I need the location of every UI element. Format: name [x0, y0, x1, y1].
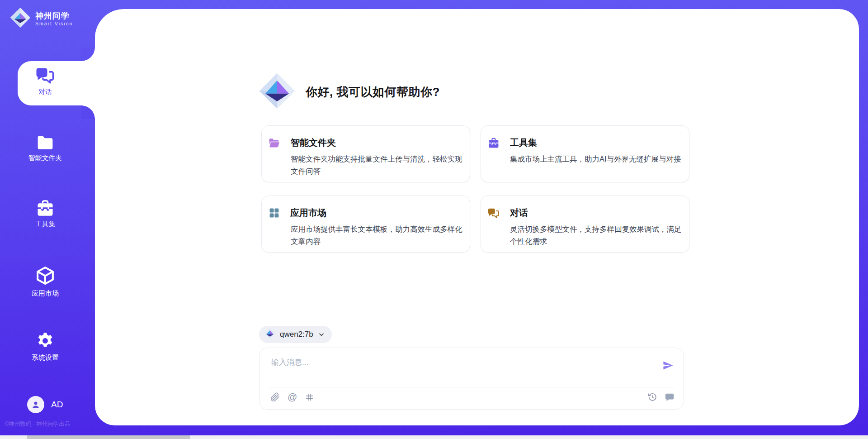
- active-tab-curve-top: [81, 48, 95, 61]
- toolbox-icon: [488, 138, 500, 148]
- hash-icon[interactable]: [305, 392, 314, 402]
- model-name: qwen2:7b: [280, 330, 313, 339]
- sidebar-item-label: 工具集: [35, 220, 56, 229]
- cube-icon: [35, 265, 56, 286]
- sidebar-item-label: 应用市场: [32, 289, 59, 298]
- card-description: 智能文件夹功能支持批量文件上传与清洗，轻松实现文件问答: [291, 153, 464, 177]
- user-profile[interactable]: AD: [27, 396, 63, 413]
- brand-subtitle: Smart Vision: [35, 21, 73, 26]
- app-grid-icon: [269, 207, 280, 219]
- card-title: 对话: [510, 207, 528, 219]
- avatar: [27, 396, 44, 413]
- app-root: 神州问学 Smart Vision 对话 智能文件夹: [0, 0, 868, 439]
- feedback-chat-icon[interactable]: [665, 392, 675, 402]
- card-toolset[interactable]: 工具集 集成市场上主流工具，助力AI与外界无缝扩展与对接: [481, 125, 689, 182]
- attachment-icon[interactable]: [270, 392, 280, 402]
- mention-icon[interactable]: @: [288, 392, 297, 402]
- message-input[interactable]: [271, 354, 542, 371]
- card-title: 工具集: [510, 137, 537, 149]
- toolbox-icon: [36, 200, 54, 217]
- card-smart-folder[interactable]: 智能文件夹 智能文件夹功能支持批量文件上传与清洗，轻松实现文件问答: [261, 125, 470, 182]
- card-description: 灵活切换多模型文件，支持多样回复效果调试，满足个性化需求: [510, 223, 684, 248]
- greeting-diamond-icon: [259, 72, 296, 111]
- sidebar-item-toolset[interactable]: 工具集: [0, 200, 90, 229]
- send-icon[interactable]: [662, 360, 674, 371]
- composer-divider: [269, 387, 675, 387]
- sidebar-item-label: 智能文件夹: [28, 154, 62, 162]
- card-title: 智能文件夹: [291, 137, 336, 149]
- active-tab-curve-bottom: [81, 105, 95, 119]
- brand-diamond-icon: [10, 7, 31, 30]
- folder-open-icon: [269, 138, 280, 148]
- card-chat[interactable]: 对话 灵活切换多模型文件，支持多样回复效果调试，满足个性化需求: [481, 196, 689, 253]
- feature-cards: 智能文件夹 智能文件夹功能支持批量文件上传与清洗，轻松实现文件问答 工具集 集: [261, 125, 689, 253]
- brand-name: 神州问学: [35, 11, 73, 21]
- model-diamond-icon: [264, 328, 275, 341]
- sidebar-item-label: 系统设置: [32, 353, 59, 362]
- message-composer: @: [259, 348, 684, 410]
- sidebar-item-app-market[interactable]: 应用市场: [0, 265, 90, 298]
- card-description: 应用市场提供丰富长文本模板，助力高效生成多样化文章内容: [291, 223, 464, 248]
- card-title: 应用市场: [290, 207, 326, 219]
- card-description: 集成市场上主流工具，助力AI与外界无缝扩展与对接: [510, 153, 684, 165]
- sidebar: 神州问学 Smart Vision 对话 智能文件夹: [0, 0, 95, 439]
- main-panel: 你好, 我可以如何帮助你? 智能文件夹 智能文件夹功能支持批量文件上传与清洗，轻…: [95, 9, 859, 425]
- model-selector[interactable]: qwen2:7b: [259, 326, 332, 343]
- chevron-down-icon: [318, 331, 325, 338]
- horizontal-scrollbar-track[interactable]: [0, 435, 868, 439]
- brand-logo[interactable]: 神州问学 Smart Vision: [10, 7, 73, 30]
- greeting-title: 你好, 我可以如何帮助你?: [306, 84, 440, 100]
- chat-icon: [488, 208, 500, 219]
- horizontal-scrollbar-thumb[interactable]: [27, 435, 190, 439]
- history-icon[interactable]: [647, 392, 657, 402]
- user-initials: AD: [51, 400, 63, 410]
- gear-icon: [36, 331, 55, 350]
- copyright-text: ©神州数码 · 神州问学出品: [5, 420, 95, 428]
- greeting-block: 你好, 我可以如何帮助你?: [259, 72, 440, 111]
- chat-icon: [36, 67, 55, 85]
- folder-icon: [36, 134, 54, 151]
- sidebar-item-settings[interactable]: 系统设置: [0, 331, 90, 362]
- sidebar-item-label: 对话: [38, 88, 52, 96]
- card-app-market[interactable]: 应用市场 应用市场提供丰富长文本模板，助力高效生成多样化文章内容: [261, 196, 470, 253]
- sidebar-item-chat[interactable]: 对话: [0, 67, 90, 96]
- sidebar-item-smart-folder[interactable]: 智能文件夹: [0, 134, 90, 162]
